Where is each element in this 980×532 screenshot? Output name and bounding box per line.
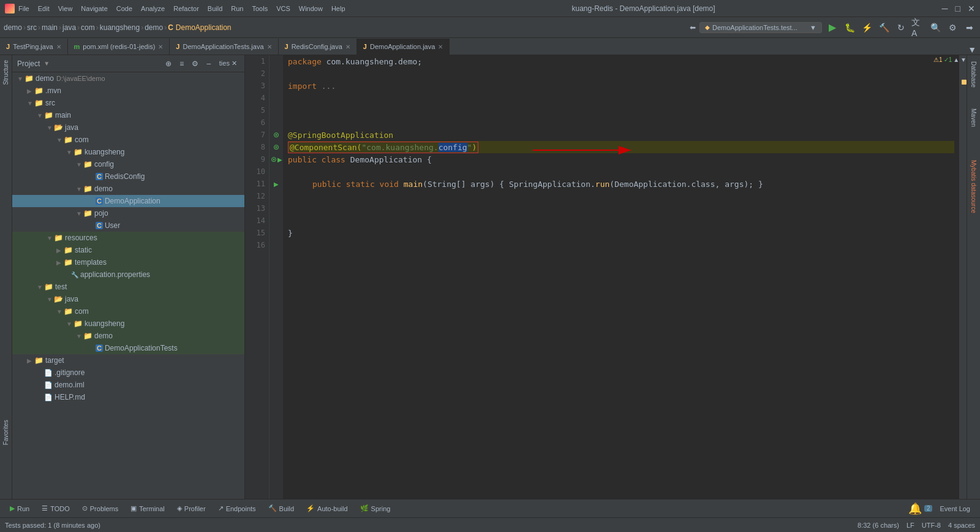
sidebar-btn-database[interactable]: Database [969,58,978,91]
btn-autobuild[interactable]: ⚡ Auto-build [301,503,353,514]
btn-profiler[interactable]: ◈ Profiler [172,503,211,514]
gutter-icon-9[interactable]: ⊛ [271,155,277,164]
tab-testping[interactable]: J TestPing.java ✕ [0,39,68,55]
menu-edit[interactable]: Edit [38,5,50,12]
tree-item-test-java[interactable]: 📂 java [12,293,244,305]
tree-item-main[interactable]: 📁 main [12,109,244,121]
breadcrumb-java[interactable]: java [62,23,76,32]
menu-run[interactable]: Run [231,5,243,12]
tab-redisconfig-close[interactable]: ✕ [345,44,350,50]
btn-spring[interactable]: 🌿 Spring [355,503,396,514]
gutter-icon-8[interactable]: ⊛ [273,143,279,151]
btn-todo[interactable]: ☰ TODO [37,503,75,514]
run-config-chevron[interactable]: ▼ [810,24,816,31]
status-position[interactable]: 8:32 (6 chars) [858,522,899,529]
gutter-run-9[interactable]: ▶ [277,156,282,163]
breadcrumb-file[interactable]: C DemoApplication [168,23,231,32]
tab-demoapplication-close[interactable]: ✕ [438,44,443,50]
tree-item-demoapplication[interactable]: C DemoApplication [12,195,244,207]
menu-help[interactable]: Help [331,5,345,12]
menu-refactor[interactable]: Refactor [173,5,199,12]
settings-icon[interactable]: ⚙ [946,21,959,34]
tree-item-gitignore[interactable]: 📄 .gitignore [12,367,244,379]
tab-demotests-close[interactable]: ✕ [267,44,272,50]
tab-demoapplication[interactable]: J DemoApplication.java ✕ [357,39,450,55]
menu-window[interactable]: Window [299,5,323,12]
gutter-icon-7[interactable]: ⊛ [273,131,279,139]
btn-build[interactable]: 🔨 Build [263,503,299,514]
translate-icon[interactable]: 文A [911,21,925,34]
tree-item-kuangsheng[interactable]: 📁 kuangsheng [12,146,244,158]
status-line-ending[interactable]: LF [907,522,914,529]
build-button[interactable]: 🔨 [877,21,891,34]
tree-item-helpmd[interactable]: 📄 HELP.md [12,391,244,403]
tree-item-test-com[interactable]: 📁 com [12,305,244,317]
tree-item-user[interactable]: C User [12,219,244,232]
back-icon[interactable]: ⬅ [690,23,696,32]
debug-button[interactable]: 🐛 [843,21,856,34]
btn-terminal[interactable]: ▣ Terminal [126,503,170,514]
panel-btn-locate[interactable]: ⊕ [163,58,174,69]
tree-item-demoiml[interactable]: 📄 demo.iml [12,379,244,391]
code-content[interactable]: package com.kuangsheng.demo; import ... … [283,55,959,499]
breadcrumb-demo2[interactable]: demo [145,23,163,32]
tree-item-demo-folder[interactable]: 📁 demo [12,183,244,195]
tree-item-src[interactable]: 📁 src [12,97,244,109]
tree-item-demoapptests[interactable]: C DemoApplicationTests [12,342,244,354]
breadcrumb-kuangsheng[interactable]: kuangsheng [100,23,140,32]
tree-item-com[interactable]: 📁 com [12,134,244,146]
tree-item-resources[interactable]: 📁 resources [12,232,244,244]
up-icon[interactable]: ▲ [953,56,959,63]
btn-event-log[interactable]: Event Log [935,504,975,514]
tree-item-test-demo[interactable]: 📁 demo [12,330,244,342]
tree-item-demo-root[interactable]: 📁 demo D:\javaEE\demo [12,72,244,85]
tree-item-test-kuangsheng[interactable]: 📁 kuangsheng [12,317,244,330]
maximize-button[interactable]: □ [956,4,960,13]
tab-pomxml-close[interactable]: ✕ [158,44,163,50]
coverage-button[interactable]: ⚡ [860,21,873,34]
status-encoding[interactable]: UTF-8 [922,522,941,529]
menu-code[interactable]: Code [116,5,132,12]
tree-item-appprops[interactable]: 🔧 application.properties [12,268,244,281]
tree-item-target[interactable]: 📁 target [12,354,244,367]
breadcrumb-src[interactable]: src [27,23,37,32]
close-button[interactable]: ✕ [968,4,975,13]
tree-item-test[interactable]: 📁 test [12,281,244,293]
menu-build[interactable]: Build [208,5,222,12]
minimize-button[interactable]: ─ [942,4,948,13]
breadcrumb-com[interactable]: com [81,23,95,32]
panel-btn-collapse[interactable]: ≡ [176,58,187,69]
down-icon[interactable]: ▼ [960,56,967,63]
tab-demotests[interactable]: J DemoApplicationTests.java ✕ [170,39,278,55]
tab-pomxml[interactable]: m pom.xml (redis-01-jedis) ✕ [68,39,170,55]
menu-tools[interactable]: Tools [252,5,268,12]
tree-item-redisconfig[interactable]: C RedisConfig [12,170,244,183]
breadcrumb-demo[interactable]: demo [4,23,22,32]
btn-run[interactable]: ▶ Run [5,503,34,514]
sidebar-tab-favorites[interactable]: Favorites [1,415,10,450]
run-config-selector[interactable]: ◆ DemoApplicationTests.test... ▼ [699,22,822,33]
project-chevron[interactable]: ▼ [43,60,50,67]
sidebar-tab-structure[interactable]: Structure [1,55,10,90]
tree-item-java[interactable]: 📂 java [12,121,244,134]
tree-item-static[interactable]: 📁 static [12,244,244,256]
tree-item-pojo[interactable]: 📁 pojo [12,207,244,219]
tree-item-templates[interactable]: 📁 templates [12,256,244,268]
tree-item-mvn[interactable]: 📁 .mvn [12,85,244,97]
forward-icon[interactable]: ➡ [963,21,976,34]
search-icon[interactable]: 🔍 [929,21,942,34]
btn-endpoints[interactable]: ↗ Endpoints [213,503,261,514]
run-button[interactable]: ▶ [826,21,839,34]
menu-navigate[interactable]: Navigate [81,5,107,12]
menu-vcs[interactable]: VCS [276,5,290,12]
menu-file[interactable]: File [18,5,29,12]
sidebar-btn-mybatis[interactable]: Mybatis datasource [969,156,978,217]
menu-view[interactable]: View [58,5,73,12]
status-indent[interactable]: 4 spaces [948,522,975,529]
gutter-run-11[interactable]: ▶ [274,181,279,188]
btn-problems[interactable]: ⊙ Problems [77,503,123,514]
sync-button[interactable]: ↻ [894,21,908,34]
tab-redisconfig[interactable]: J RedisConfig.java ✕ [279,39,357,55]
panel-btn-minus[interactable]: – [203,58,214,69]
breadcrumb-main[interactable]: main [42,23,58,32]
